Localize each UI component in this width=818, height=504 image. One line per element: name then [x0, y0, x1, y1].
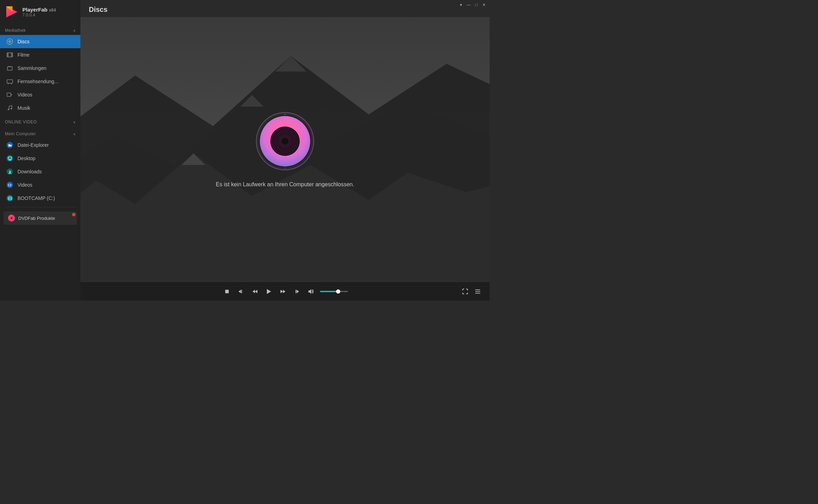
main-content: ▾ — □ ✕ Discs: [80, 0, 490, 301]
online-video-section-header[interactable]: ONLINE VIDEO ∨: [0, 117, 80, 127]
desktop-icon: [6, 155, 13, 162]
svg-point-28: [10, 198, 11, 199]
sidebar-item-fernsehsendung-label: Fernsehsendung...: [17, 79, 58, 84]
svg-point-20: [10, 108, 12, 109]
sidebar-divider: [5, 207, 76, 207]
rewind-button[interactable]: [250, 287, 260, 296]
svg-rect-50: [225, 290, 229, 293]
prev-chapter-button[interactable]: [236, 287, 246, 296]
playlist-button[interactable]: [473, 287, 483, 296]
mediathek-chevron-icon: ∧: [73, 29, 76, 33]
volume-slider[interactable]: [320, 291, 348, 292]
next-chapter-icon: [294, 289, 300, 294]
page-title: Discs: [89, 6, 481, 14]
tv-icon: [6, 78, 13, 85]
sidebar-item-videos2[interactable]: Videos: [0, 178, 80, 192]
svg-rect-9: [12, 55, 13, 56]
svg-rect-25: [8, 184, 11, 186]
sidebar-item-discs-label: Discs: [17, 39, 29, 44]
volume-button[interactable]: [306, 287, 316, 296]
play-button[interactable]: [264, 287, 274, 296]
sidebar-item-downloads[interactable]: Downloads: [0, 165, 80, 178]
restore-button[interactable]: □: [473, 1, 480, 8]
sidebar-item-discs[interactable]: Discs: [0, 35, 80, 48]
sidebar-item-musik-label: Musik: [17, 105, 30, 111]
dropdown-button[interactable]: ▾: [457, 1, 464, 8]
volume-icon: [308, 288, 314, 295]
svg-marker-55: [267, 289, 271, 294]
disc-visual-icon: [255, 111, 315, 171]
mediathek-section-header[interactable]: Mediathek ∧: [0, 26, 80, 35]
music-icon: [6, 105, 13, 111]
forward-button[interactable]: [278, 287, 288, 296]
svg-marker-51: [239, 290, 241, 293]
prev-chapter-icon: [238, 289, 244, 294]
svg-point-47: [282, 138, 289, 145]
sidebar-item-bootcamp[interactable]: BOOTCAMP (C:): [0, 192, 80, 205]
rewind-icon: [252, 289, 258, 294]
online-video-label: ONLINE VIDEO: [5, 120, 37, 124]
sidebar-item-desktop[interactable]: Desktop: [0, 152, 80, 165]
minimize-button[interactable]: —: [465, 1, 472, 8]
fullscreen-icon: [462, 288, 468, 295]
sidebar-item-fernsehsendung[interactable]: Fernsehsendung...: [0, 75, 80, 88]
close-button[interactable]: ✕: [481, 1, 488, 8]
svg-marker-60: [308, 289, 311, 294]
mein-computer-chevron-icon: ∧: [73, 132, 76, 136]
dvdfab-icon: [8, 214, 15, 222]
app-logo-icon: [5, 5, 19, 19]
titlebar: ▾ — □ ✕: [455, 0, 490, 10]
dvdfab-label: DVDFab Produkte: [18, 216, 55, 221]
sidebar-item-downloads-label: Downloads: [17, 169, 42, 174]
stop-icon: [225, 289, 229, 294]
folder-icon: [6, 142, 13, 149]
dvdfab-notification-badge: [72, 213, 76, 216]
svg-marker-54: [255, 290, 257, 293]
svg-point-32: [11, 218, 12, 218]
svg-point-4: [9, 41, 10, 42]
playback-bar: [80, 282, 490, 301]
disc-container: Es ist kein Laufwerk an Ihren Computer a…: [216, 111, 354, 188]
logo-area: PlayerFab x64 7.0.0.4: [0, 0, 80, 26]
svg-rect-59: [296, 290, 296, 293]
sidebar-item-bootcamp-label: BOOTCAMP (C:): [17, 195, 55, 201]
svg-rect-5: [7, 53, 13, 57]
mein-computer-section-header[interactable]: Mein Computer ∧: [0, 129, 80, 138]
sidebar-item-videos[interactable]: Videos: [0, 88, 80, 101]
svg-marker-18: [11, 94, 13, 95]
next-chapter-button[interactable]: [292, 287, 302, 296]
mein-computer-label: Mein Computer: [5, 131, 36, 136]
mediathek-label: Mediathek: [5, 28, 26, 33]
sidebar-item-datei-explorer[interactable]: Datei-Explorer: [0, 138, 80, 152]
video-icon: [6, 91, 13, 98]
stop-button[interactable]: [222, 287, 232, 296]
page-header: Discs: [80, 0, 490, 17]
fullscreen-button[interactable]: [460, 287, 470, 296]
download-icon: [6, 168, 13, 175]
video2-icon: [6, 181, 13, 188]
dvdfab-products-button[interactable]: DVDFab Produkte: [3, 211, 77, 225]
volume-thumb[interactable]: [336, 289, 340, 294]
sidebar-item-filme[interactable]: Filme: [0, 48, 80, 62]
play-icon: [266, 288, 272, 295]
sidebar-item-datei-explorer-label: Datei-Explorer: [17, 142, 49, 148]
sidebar-item-videos2-label: Videos: [17, 182, 33, 188]
sidebar: PlayerFab x64 7.0.0.4 Mediathek ∧ Discs: [0, 0, 80, 301]
sidebar-item-sammlungen[interactable]: Sammlungen: [0, 62, 80, 75]
svg-point-48: [284, 114, 286, 115]
svg-rect-52: [241, 290, 242, 293]
sidebar-item-musik[interactable]: Musik: [0, 101, 80, 115]
svg-point-49: [284, 167, 286, 169]
svg-rect-12: [7, 67, 12, 70]
svg-rect-7: [7, 55, 8, 56]
sidebar-item-desktop-label: Desktop: [17, 156, 35, 161]
svg-marker-26: [11, 185, 12, 186]
collection-icon: [6, 65, 13, 72]
logo-text: PlayerFab x64 7.0.0.4: [22, 7, 56, 17]
svg-rect-8: [12, 53, 13, 55]
online-video-chevron-icon: ∨: [73, 120, 76, 124]
volume-slider-container: [320, 291, 348, 292]
app-name: PlayerFab x64: [22, 7, 56, 13]
svg-marker-58: [297, 290, 299, 293]
film-icon: [6, 51, 13, 58]
